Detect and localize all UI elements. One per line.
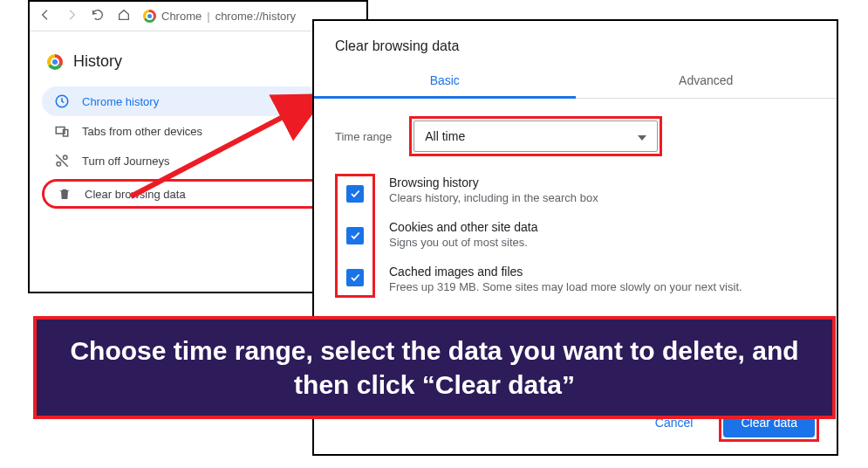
back-icon[interactable] — [38, 8, 52, 24]
sidebar-item-label: Chrome history — [82, 95, 159, 108]
option-desc: Frees up 319 MB. Some sites may load mor… — [389, 280, 742, 293]
option-desc: Signs you out of most sites. — [389, 236, 742, 249]
home-icon[interactable] — [117, 8, 131, 24]
svg-point-3 — [57, 162, 61, 167]
forward-icon[interactable] — [65, 8, 79, 24]
sidebar-item-clear-browsing-data[interactable]: Clear browsing data — [42, 179, 354, 209]
clock-icon — [54, 93, 70, 109]
tab-advanced[interactable]: Advanced — [576, 65, 837, 98]
annotation-banner: Choose time range, select the data you w… — [33, 316, 836, 419]
time-range-value: All time — [425, 129, 465, 143]
checkbox-cached[interactable] — [346, 269, 364, 286]
sidebar-item-chrome-history[interactable]: Chrome history — [42, 86, 354, 116]
sidebar-item-label: Tabs from other devices — [82, 125, 202, 138]
sidebar-item-label: Turn off Journeys — [82, 155, 169, 168]
chrome-icon — [47, 54, 63, 70]
tab-basic[interactable]: Basic — [314, 65, 576, 99]
time-range-label: Time range — [335, 130, 392, 143]
checkbox-browsing-history[interactable] — [346, 185, 364, 203]
annotation-text: Choose time range, select the data you w… — [63, 334, 806, 402]
sidebar-item-label: Clear browsing data — [85, 188, 186, 201]
option-title: Cached images and files — [389, 265, 742, 279]
page-title: History — [73, 52, 122, 71]
dialog-title: Clear browsing data — [314, 21, 837, 65]
option-title: Cookies and other site data — [389, 220, 742, 234]
address-bar[interactable]: Chrome | chrome://history — [143, 10, 296, 23]
sidebar-item-turn-off-journeys[interactable]: Turn off Journeys — [42, 146, 354, 176]
address-prefix: Chrome — [161, 10, 202, 23]
address-path: chrome://history — [215, 10, 296, 23]
chevron-down-icon — [638, 129, 646, 143]
trash-icon — [57, 186, 72, 202]
reload-icon[interactable] — [91, 8, 105, 24]
chrome-icon — [143, 10, 156, 23]
svg-point-4 — [64, 155, 68, 160]
time-range-select[interactable]: All time — [413, 120, 658, 152]
option-desc: Clears history, including in the search … — [389, 191, 742, 204]
checkbox-cookies[interactable] — [346, 227, 364, 244]
devices-icon — [54, 123, 70, 139]
journeys-off-icon — [54, 153, 70, 169]
highlight-time-range: All time — [409, 116, 662, 156]
option-title: Browsing history — [389, 176, 742, 189]
highlight-checkboxes — [335, 174, 375, 298]
sidebar-item-tabs-other-devices[interactable]: Tabs from other devices — [42, 116, 354, 146]
